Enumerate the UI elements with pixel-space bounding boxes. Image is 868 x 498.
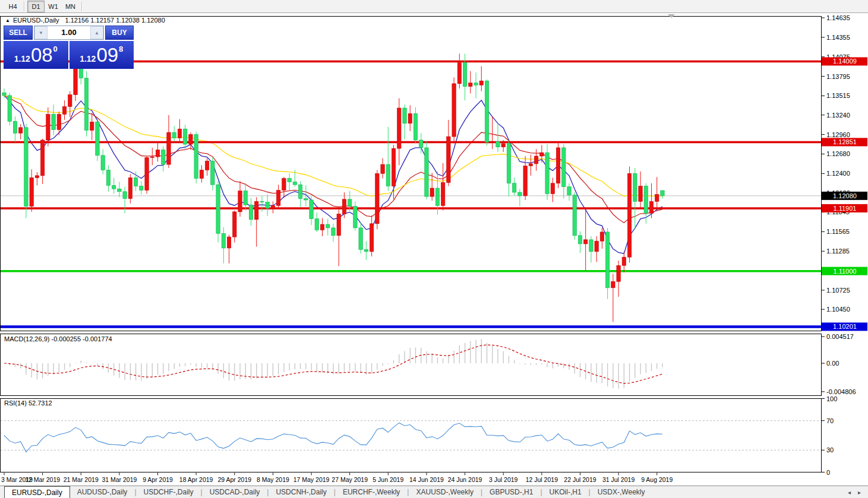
- date-axis: 3 Mar 201912 Mar 201921 Mar 201931 Mar 2…: [1, 473, 673, 483]
- rsi-axis-label: 0: [826, 469, 830, 476]
- candle-body: [496, 141, 500, 147]
- level-badge-1.12851-text: 1.12851: [833, 138, 857, 145]
- volume-increase-button[interactable]: ▲: [90, 26, 103, 39]
- candle-body: [52, 115, 55, 130]
- sell-button[interactable]: SELL: [4, 26, 33, 40]
- candle-body: [282, 179, 286, 191]
- candle-body: [348, 199, 351, 207]
- candle-body: [562, 148, 566, 187]
- level-badge-1.11000: 1.11000: [822, 267, 867, 275]
- macd-indicator-label: MACD(12,26,9) -0.000255 -0.001774: [4, 335, 112, 342]
- macd-panel[interactable]: [1, 334, 822, 396]
- candle-body: [589, 240, 593, 252]
- tab-eurchf-weekly[interactable]: EURCHF-,Weekly: [336, 486, 407, 498]
- candle-body: [364, 249, 368, 252]
- bid-price-sup: 0: [53, 45, 58, 53]
- candle-body: [140, 186, 143, 190]
- tab-xauusd-weekly[interactable]: XAUUSD-,Weekly: [409, 486, 480, 498]
- candle-body: [123, 192, 127, 199]
- candle-body: [622, 257, 626, 265]
- date-tick-label: 27 May 2019: [332, 476, 368, 483]
- tab-usdcnh-daily[interactable]: USDCNH-,Daily: [269, 486, 333, 498]
- bid-price-display[interactable]: 1.12 08 0: [4, 41, 68, 69]
- price-tick-label: 1.11565: [826, 228, 850, 235]
- price-tick-label: 1.12400: [826, 170, 850, 177]
- rsi-panel[interactable]: [1, 399, 822, 472]
- tab-scroll-left-icon[interactable]: ◂: [848, 489, 851, 496]
- candle-body: [68, 95, 72, 107]
- volume-decrease-button[interactable]: ▼: [34, 26, 48, 39]
- level-badge-1.12851: 1.12851: [822, 138, 867, 146]
- candle-body: [463, 63, 466, 87]
- candle-body: [304, 199, 308, 200]
- bid-price-small: 1.12: [14, 54, 30, 64]
- timeframe-button-d1[interactable]: D1: [27, 1, 45, 12]
- date-tick-label: 22 Jul 2019: [564, 476, 596, 483]
- candle-body: [216, 185, 220, 233]
- one-click-trade-panel: SELL ▼ 1.00 ▲ BUY 1.12 08 0 1.12 09 8: [4, 26, 134, 69]
- tab-usdx-weekly[interactable]: USDX-,Weekly: [591, 486, 652, 498]
- volume-input[interactable]: 1.00: [48, 26, 90, 39]
- candle-body: [479, 81, 483, 85]
- timeframe-button-w1[interactable]: W1: [45, 1, 62, 12]
- date-tick-label: 21 Mar 2019: [64, 476, 99, 483]
- rsi-plot-area[interactable]: [1, 399, 822, 472]
- tab-usdchf-daily[interactable]: USDCHF-,Daily: [137, 486, 201, 498]
- candle-body: [507, 144, 510, 183]
- candle-body: [145, 157, 149, 190]
- timeframe-button-mn[interactable]: MN: [62, 1, 79, 12]
- candle-body: [326, 224, 330, 228]
- buy-button[interactable]: BUY: [105, 26, 134, 40]
- chart-workspace[interactable]: 1.146351.143551.140751.137951.135151.132…: [0, 13, 868, 486]
- price-tick-label: 1.10725: [826, 287, 850, 294]
- candle-body: [457, 63, 461, 84]
- tab-audusd-daily[interactable]: AUDUSD-,Daily: [70, 486, 135, 498]
- candle-body: [435, 188, 439, 205]
- tab-usdcad-daily[interactable]: USDCAD-,Daily: [203, 486, 267, 498]
- candle-body: [469, 83, 472, 87]
- date-tick-label: 9 Aug 2019: [641, 476, 673, 483]
- candle-body: [529, 164, 532, 166]
- candle-body: [627, 173, 631, 257]
- candle-body: [403, 108, 406, 123]
- current-price-badge-text: 1.12080: [833, 192, 857, 199]
- candle-body: [118, 189, 121, 192]
- candle-body: [222, 233, 225, 248]
- macd-plot-area[interactable]: [1, 334, 822, 396]
- candle-body: [633, 173, 637, 201]
- candle-body: [194, 135, 198, 179]
- price-tick-label: 1.14635: [826, 14, 850, 21]
- candle-body: [90, 122, 94, 130]
- candle-body: [512, 183, 516, 192]
- candle-body: [639, 186, 642, 201]
- scroll-to-end-icon[interactable]: [668, 14, 675, 18]
- ask-price-display[interactable]: 1.12 09 8: [70, 41, 134, 69]
- candle-body: [293, 182, 296, 185]
- candle-body: [485, 81, 488, 142]
- candle-body: [30, 177, 33, 206]
- candle-body: [84, 78, 88, 131]
- candle-body: [233, 212, 236, 237]
- candle-body: [62, 107, 66, 115]
- candle-body: [178, 129, 181, 138]
- candle-body: [573, 195, 576, 236]
- candle-body: [227, 237, 231, 248]
- price-axis: 1.146351.143551.140751.137951.135151.132…: [822, 14, 856, 476]
- candle-body: [101, 156, 105, 170]
- rsi-axis-label: 30: [826, 446, 834, 453]
- level-badge-1.10201: 1.10201: [822, 322, 867, 331]
- tab-eurusd-daily[interactable]: EURUSD-,Daily: [4, 486, 70, 498]
- tab-gbpusd-h1[interactable]: GBPUSD-,H1: [482, 486, 540, 498]
- volume-spinner: ▼ 1.00 ▲: [34, 26, 104, 40]
- candle-body: [320, 224, 324, 230]
- tab-ukoil-h1[interactable]: UKOil-,H1: [542, 486, 589, 498]
- candle-body: [386, 164, 390, 186]
- price-tick-label: 1.11285: [826, 248, 850, 255]
- candle-body: [156, 150, 159, 157]
- timeframe-button-h4[interactable]: H4: [4, 1, 21, 12]
- price-tick-label: 1.10450: [826, 306, 850, 313]
- tab-scroll-right-icon[interactable]: ▸: [858, 489, 861, 496]
- candle-body: [452, 84, 456, 137]
- price-tick-label: 1.12680: [826, 150, 850, 157]
- candle-body: [419, 140, 423, 148]
